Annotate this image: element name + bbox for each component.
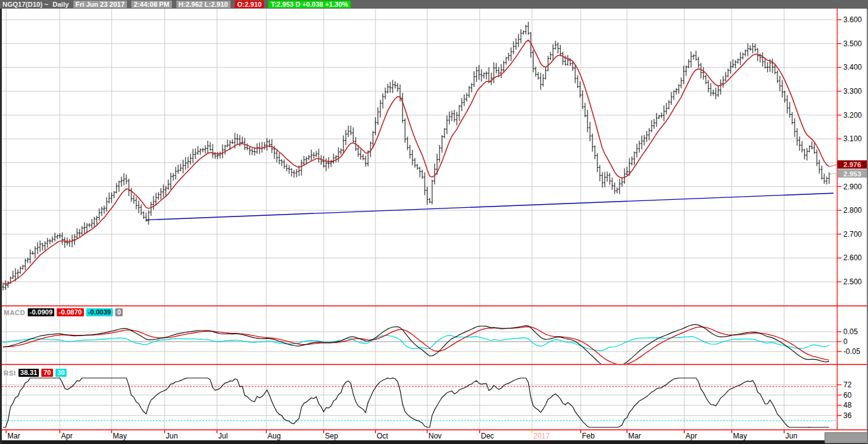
month-axis-label: Jun [785, 432, 797, 440]
svg-text:2.976: 2.976 [843, 161, 861, 168]
time-label: 2:44:08 PM [131, 1, 171, 8]
month-axis-label: Mar [628, 432, 641, 440]
price-axis-label: 3.600 [843, 15, 862, 24]
macd-value-box: -0.0909 [28, 308, 54, 316]
month-axis-label: Jun [166, 432, 178, 440]
price-axis-label: 3.100 [843, 134, 862, 143]
rsi-indicator-label: RSI [4, 369, 16, 377]
rsi-axis-label: 36 [843, 411, 852, 420]
month-axis-label: Sep [325, 432, 338, 440]
macd-axis-label: 0.05 [843, 327, 858, 336]
month-axis-label: Aug [268, 432, 280, 440]
quote-header-bar: NGQ17(D10) ~ Daily Fri Jun 23 2017 2:44:… [0, 0, 868, 9]
month-axis-label: May [113, 432, 127, 440]
chart-area[interactable]: 3.6003.5003.4003.3003.2003.1002.9002.800… [0, 0, 868, 444]
rsi-overbought-box: 70 [41, 369, 52, 377]
rsi-axis-label: 72 [843, 380, 852, 389]
price-axis-label: 2.700 [843, 230, 862, 239]
price-axis-label: 3.400 [843, 63, 862, 72]
symbol-label: NGQ17(D10) ~ [2, 1, 48, 8]
month-axis-label: Nov [428, 432, 441, 440]
macd-label-row: MACD -0.0909 -0.0870 -0.0039 0 [4, 308, 123, 316]
chart-background [0, 0, 868, 444]
month-axis-label: Mar [7, 432, 20, 440]
ma-price-badge: 2.976 [838, 160, 867, 169]
chart-window: NGQ17(D10) ~ Daily Fri Jun 23 2017 2:44:… [0, 0, 868, 444]
month-axis-label: Feb [582, 432, 595, 440]
price-axis-label: 2.900 [843, 183, 862, 191]
last-trade-badge: T:2.953 D +0.038 +1.30% [268, 1, 350, 8]
macd-zero-box: 0 [115, 308, 123, 316]
month-axis-label: Jul [218, 432, 227, 440]
macd-indicator-label: MACD [4, 309, 25, 316]
rsi-axis-label: 48 [843, 401, 852, 409]
bottom-window-border [0, 440, 868, 444]
svg-text:2.953: 2.953 [843, 170, 861, 178]
open-price-badge: O:2.910 [235, 1, 264, 8]
rsi-value-box: 38.31 [18, 369, 39, 377]
rsi-axis-label: 60 [843, 391, 852, 400]
rsi-oversold-box: 30 [55, 369, 67, 377]
month-axis-label: May [733, 432, 747, 440]
price-axis-label: 2.600 [843, 253, 862, 262]
rsi-label-row: RSI 38.31 70 30 [4, 369, 67, 377]
resize-grip[interactable] [825, 433, 867, 443]
month-axis-label: Oct [377, 432, 388, 440]
price-chart-svg[interactable]: 3.6003.5003.4003.3003.2003.1002.9002.800… [0, 0, 868, 444]
month-axis-label: 2017 [533, 432, 550, 440]
price-axis-label: 2.500 [843, 278, 862, 286]
macd-axis-label: -0.05 [843, 347, 861, 356]
macd-osc-box: -0.0039 [86, 308, 113, 316]
price-axis-label: 2.800 [843, 206, 862, 215]
left-window-border [0, 9, 2, 444]
macd-axis-label: 0 [843, 337, 848, 346]
month-axis-label: Apr [61, 432, 73, 440]
price-axis-label: 3.200 [843, 111, 862, 120]
timeframe-label[interactable]: Daily [52, 1, 68, 8]
price-axis-label: 3.300 [843, 87, 862, 96]
price-axis-label: 3.500 [843, 39, 862, 48]
date-label: Fri Jun 23 2017 [73, 1, 128, 8]
month-axis-label: Apr [686, 432, 697, 440]
high-low-label: H:2.962 L:2.910 [176, 1, 231, 8]
macd-signal-box: -0.0870 [57, 308, 83, 316]
month-axis-label: Dec [481, 432, 494, 440]
last-price-badge: 2.953 [838, 170, 867, 178]
